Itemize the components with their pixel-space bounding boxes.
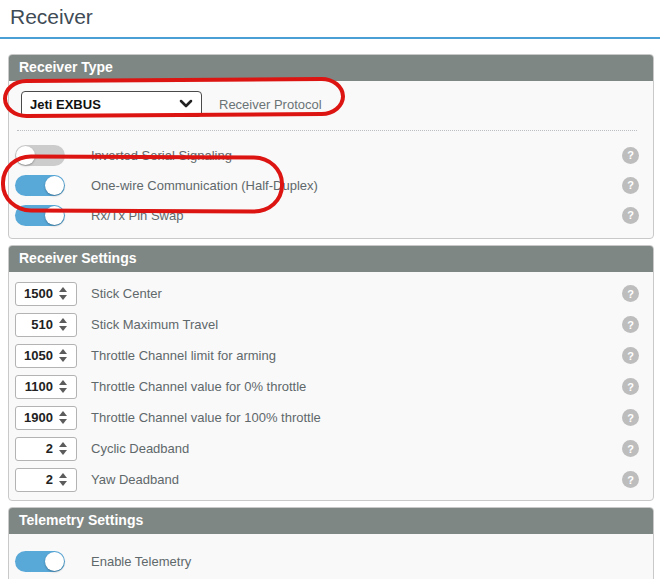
stick-center-row: Stick Center ? xyxy=(15,278,639,309)
toggle-knob xyxy=(16,146,35,165)
help-icon[interactable]: ? xyxy=(622,316,639,333)
stick-max-travel-row: Stick Maximum Travel ? xyxy=(15,309,639,340)
yaw-deadband-label: Yaw Deadband xyxy=(91,472,622,487)
stepper[interactable] xyxy=(59,442,67,455)
stepper-up-icon[interactable] xyxy=(59,380,67,385)
enable-telemetry-label: Enable Telemetry xyxy=(91,554,622,569)
stepper[interactable] xyxy=(59,287,67,300)
half-duplex-row: One-wire Communication (Half-Duplex) ? xyxy=(15,170,639,200)
receiver-protocol-label: Receiver Protocol xyxy=(219,97,322,112)
throttle-arm-limit-row: Throttle Channel limit for arming ? xyxy=(15,340,639,371)
rxtx-pin-swap-toggle[interactable] xyxy=(15,205,65,226)
toggle-knob xyxy=(45,552,64,571)
throttle-100-input[interactable] xyxy=(19,410,53,425)
cyclic-deadband-label: Cyclic Deadband xyxy=(91,441,622,456)
stick-center-input[interactable] xyxy=(19,286,53,301)
half-duplex-toggle[interactable] xyxy=(15,175,65,196)
stepper[interactable] xyxy=(59,380,67,393)
receiver-settings-header: Receiver Settings xyxy=(9,246,653,272)
yaw-deadband-numbox xyxy=(15,468,77,492)
toggle-knob xyxy=(45,206,64,225)
enable-telemetry-row: Enable Telemetry xyxy=(15,546,639,576)
stepper-down-icon[interactable] xyxy=(59,481,67,486)
stepper-down-icon[interactable] xyxy=(59,450,67,455)
help-icon[interactable]: ? xyxy=(622,207,639,224)
receiver-protocol-row: Jeti EXBUS Receiver Protocol xyxy=(21,91,639,117)
stepper-down-icon[interactable] xyxy=(59,388,67,393)
stepper[interactable] xyxy=(59,473,67,486)
help-icon[interactable]: ? xyxy=(622,409,639,426)
stepper-down-icon[interactable] xyxy=(59,357,67,362)
stepper[interactable] xyxy=(59,349,67,362)
throttle-0-input[interactable] xyxy=(19,379,53,394)
throttle-0-row: Throttle Channel value for 0% throttle ? xyxy=(15,371,639,402)
rxtx-pin-swap-label: Rx/Tx Pin Swap xyxy=(91,208,622,223)
cyclic-deadband-row: Cyclic Deadband ? xyxy=(15,433,639,464)
page-title: Receiver xyxy=(10,5,660,29)
stepper-up-icon[interactable] xyxy=(59,473,67,478)
stick-max-travel-numbox xyxy=(15,313,77,337)
rxtx-swap-row: Rx/Tx Pin Swap ? xyxy=(15,200,639,230)
title-underline xyxy=(0,37,660,39)
receiver-type-panel: Receiver Type Jeti EXBUS Receiver Protoc… xyxy=(8,54,654,239)
telemetry-settings-panel: Telemetry Settings Enable Telemetry xyxy=(8,507,654,579)
help-icon[interactable]: ? xyxy=(622,471,639,488)
stick-center-numbox xyxy=(15,282,77,306)
help-icon[interactable]: ? xyxy=(622,147,639,164)
yaw-deadband-row: Yaw Deadband ? xyxy=(15,464,639,495)
throttle-100-numbox xyxy=(15,406,77,430)
help-icon[interactable]: ? xyxy=(622,347,639,364)
inverted-serial-toggle[interactable] xyxy=(15,145,65,166)
stepper-up-icon[interactable] xyxy=(59,318,67,323)
yaw-deadband-input[interactable] xyxy=(19,472,53,487)
inverted-serial-row: Inverted Serial Signaling ? xyxy=(15,140,639,170)
help-icon[interactable]: ? xyxy=(622,285,639,302)
stepper[interactable] xyxy=(59,318,67,331)
help-icon[interactable]: ? xyxy=(622,177,639,194)
stepper-down-icon[interactable] xyxy=(59,419,67,424)
half-duplex-label: One-wire Communication (Half-Duplex) xyxy=(91,178,622,193)
throttle-100-row: Throttle Channel value for 100% throttle… xyxy=(15,402,639,433)
stepper-up-icon[interactable] xyxy=(59,349,67,354)
throttle-arm-limit-numbox xyxy=(15,344,77,368)
stick-max-travel-input[interactable] xyxy=(19,317,53,332)
inverted-serial-label: Inverted Serial Signaling xyxy=(91,148,622,163)
receiver-protocol-select[interactable]: Jeti EXBUS xyxy=(21,91,202,117)
stepper-down-icon[interactable] xyxy=(59,326,67,331)
stepper-down-icon[interactable] xyxy=(59,295,67,300)
section-divider xyxy=(17,130,637,131)
throttle-arm-limit-input[interactable] xyxy=(19,348,53,363)
help-icon[interactable]: ? xyxy=(622,440,639,457)
telemetry-settings-header: Telemetry Settings xyxy=(9,508,653,534)
stepper-up-icon[interactable] xyxy=(59,287,67,292)
receiver-type-header: Receiver Type xyxy=(9,55,653,81)
stepper[interactable] xyxy=(59,411,67,424)
throttle-0-label: Throttle Channel value for 0% throttle xyxy=(91,379,622,394)
cyclic-deadband-input[interactable] xyxy=(19,441,53,456)
stick-max-travel-label: Stick Maximum Travel xyxy=(91,317,622,332)
throttle-0-numbox xyxy=(15,375,77,399)
throttle-arm-limit-label: Throttle Channel limit for arming xyxy=(91,348,622,363)
stepper-up-icon[interactable] xyxy=(59,411,67,416)
receiver-protocol-select-wrap: Jeti EXBUS xyxy=(21,91,202,117)
stick-center-label: Stick Center xyxy=(91,286,622,301)
stepper-up-icon[interactable] xyxy=(59,442,67,447)
help-icon[interactable]: ? xyxy=(622,378,639,395)
throttle-100-label: Throttle Channel value for 100% throttle xyxy=(91,410,622,425)
receiver-settings-panel: Receiver Settings Stick Center ? Stick M… xyxy=(8,245,654,501)
enable-telemetry-toggle[interactable] xyxy=(15,551,65,572)
toggle-knob xyxy=(45,176,64,195)
cyclic-deadband-numbox xyxy=(15,437,77,461)
